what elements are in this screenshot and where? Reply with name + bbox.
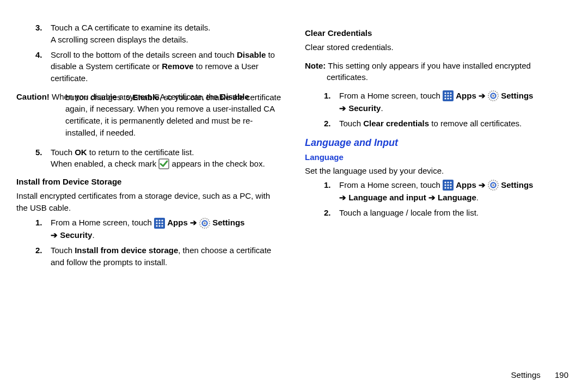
apps-icon [154, 218, 165, 230]
step-3: 3. Touch a CA certificate to examine its… [16, 22, 283, 46]
left-column: 3. Touch a CA certificate to examine its… [16, 22, 283, 274]
footer-page-number: 190 [555, 370, 568, 379]
clear-title: Clear Credentials [305, 27, 572, 39]
caution-block: Caution! When you disable a system CA ce… [16, 91, 283, 139]
install-desc: Install encrypted certificates from a st… [16, 190, 283, 214]
settings-icon [199, 218, 210, 230]
checkmark-icon [158, 158, 169, 170]
apps-icon [443, 90, 454, 102]
install-step-1: 1. From a Home screen, touch Apps ➔ Sett… [16, 217, 283, 241]
step3-line2: A scrolling screen displays the details. [51, 35, 188, 44]
install-title: Install from Device Storage [16, 176, 283, 188]
lang-desc: Set the language used by your device. [305, 165, 572, 177]
subsection-language: Language [305, 151, 572, 163]
lang-step-1: 1. From a Home screen, touch Apps ➔ Sett… [305, 179, 572, 204]
lang-step-2: 2. Touch a language / locale from the li… [305, 207, 572, 219]
step3-line1: Touch a CA certificate to examine its de… [51, 23, 210, 32]
clear-step-2: 2. Touch Clear credentials to remove all… [305, 118, 572, 130]
clear-step-1: 1. From a Home screen, touch Apps ➔ Sett… [305, 90, 572, 114]
right-column: Clear Credentials Clear stored credentia… [305, 22, 572, 274]
settings-icon [488, 180, 499, 192]
install-step-2: 2. Touch Install from device storage, th… [16, 244, 283, 268]
step-4: 4. Scroll to the bottom of the details s… [16, 49, 283, 84]
footer-section: Settings [511, 370, 541, 379]
page-footer: Settings 190 [511, 369, 568, 381]
note-block: Note: This setting only appears if you h… [305, 60, 572, 84]
section-language-input: Language and Input [305, 136, 572, 150]
step-5: 5. Touch OK to return to the certificate… [16, 146, 283, 171]
apps-icon [443, 180, 454, 192]
settings-icon [488, 90, 499, 102]
clear-desc: Clear stored credentials. [305, 41, 572, 53]
